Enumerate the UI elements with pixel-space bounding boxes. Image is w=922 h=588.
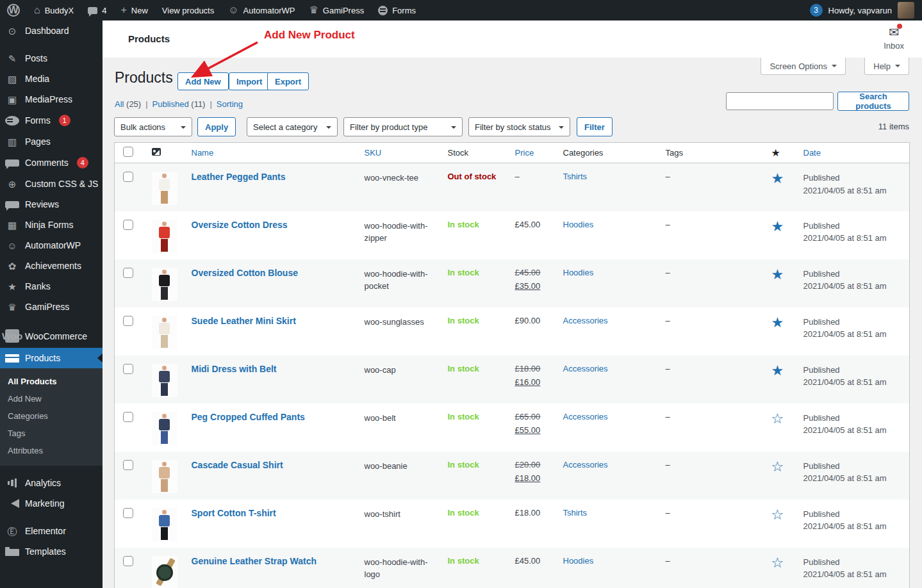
column-header-sku[interactable]: SKU bbox=[359, 143, 443, 163]
adminbar-gamipress[interactable]: ♛GamiPress bbox=[302, 0, 372, 20]
column-header-price[interactable]: Price bbox=[510, 143, 558, 163]
view-link-all[interactable]: All (25) bbox=[115, 99, 141, 109]
row-checkbox[interactable] bbox=[123, 268, 133, 278]
row-checkbox[interactable] bbox=[123, 316, 133, 326]
row-checkbox[interactable] bbox=[123, 556, 133, 566]
adminbar-site-buddyx[interactable]: ⌂BuddyX bbox=[27, 0, 81, 20]
featured-star-toggle[interactable]: ★ bbox=[771, 266, 784, 282]
sidebar-item-custom-css-js[interactable]: ⊕Custom CSS & JS bbox=[0, 174, 103, 194]
category-link[interactable]: Accessories bbox=[563, 364, 608, 373]
sidebar-item-products[interactable]: Products bbox=[0, 348, 103, 368]
product-thumbnail[interactable] bbox=[152, 556, 177, 588]
product-name-link[interactable]: Suede Leather Mini Skirt bbox=[192, 316, 296, 326]
sidebar-item-woocommerce[interactable]: WooWooCommerce bbox=[0, 324, 103, 348]
sidebar-item-media[interactable]: ▨Media bbox=[0, 69, 103, 89]
category-link[interactable]: Tshirts bbox=[563, 172, 588, 181]
featured-star-toggle[interactable]: ★ bbox=[771, 218, 784, 234]
sidebar-item-gamipress[interactable]: ♛GamiPress bbox=[0, 297, 103, 317]
product-thumbnail[interactable] bbox=[152, 172, 177, 205]
apply-button[interactable]: Apply bbox=[197, 117, 236, 136]
category-filter-select[interactable]: Select a category bbox=[247, 117, 338, 136]
product-thumbnail[interactable] bbox=[152, 268, 177, 301]
inbox-button[interactable]: ✉ Inbox bbox=[884, 25, 904, 52]
submenu-item-categories[interactable]: Categories bbox=[0, 407, 103, 425]
product-thumbnail[interactable] bbox=[152, 220, 177, 253]
adminbar-new[interactable]: +New bbox=[113, 0, 154, 20]
product-name-link[interactable]: Genuine Leather Strap Watch bbox=[192, 556, 317, 566]
product-name-link[interactable]: Midi Dress with Belt bbox=[192, 364, 277, 374]
sidebar-item-pages[interactable]: ▥Pages bbox=[0, 131, 103, 152]
product-name-link[interactable]: Leather Pegged Pants bbox=[192, 172, 286, 182]
featured-star-toggle[interactable]: ☆ bbox=[771, 411, 784, 427]
row-checkbox[interactable] bbox=[123, 508, 133, 518]
sidebar-item-forms[interactable]: Forms1 bbox=[0, 110, 103, 131]
submenu-item-add-new[interactable]: Add New bbox=[0, 390, 103, 407]
adminbar-automatorwp[interactable]: ☺AutomatorWP bbox=[221, 0, 302, 20]
sidebar-item-templates[interactable]: Templates bbox=[0, 541, 103, 562]
sidebar-item-ranks[interactable]: ★Ranks bbox=[0, 276, 103, 297]
howdy-greeting[interactable]: Howdy, vapvarun bbox=[828, 6, 892, 15]
admin-bar-account[interactable]: 3 Howdy, vapvarun bbox=[810, 2, 922, 19]
row-checkbox[interactable] bbox=[123, 172, 133, 182]
notification-count-badge[interactable]: 3 bbox=[810, 4, 823, 17]
submenu-item-attributes[interactable]: Attributes bbox=[0, 442, 103, 459]
category-link[interactable]: Tshirts bbox=[563, 508, 588, 518]
product-name-link[interactable]: Sport Cotton T-shirt bbox=[192, 508, 276, 518]
category-link[interactable]: Accessories bbox=[563, 316, 608, 325]
featured-star-toggle[interactable]: ★ bbox=[771, 314, 784, 331]
product-name-link[interactable]: Oversized Cotton Blouse bbox=[192, 268, 298, 278]
submenu-item-all-products[interactable]: All Products bbox=[0, 373, 103, 390]
product-thumbnail[interactable] bbox=[152, 364, 177, 397]
sidebar-item-analytics[interactable]: Analytics bbox=[0, 473, 103, 493]
sidebar-item-mediapress[interactable]: ▣MediaPress bbox=[0, 89, 103, 110]
sidebar-item-marketing[interactable]: Marketing bbox=[0, 493, 103, 514]
row-checkbox[interactable] bbox=[123, 364, 133, 374]
help-toggle[interactable]: Help bbox=[864, 58, 909, 75]
product-name-link[interactable]: Peg Cropped Cuffed Pants bbox=[192, 412, 305, 422]
stock-status-filter-select[interactable]: Filter by stock status bbox=[468, 117, 570, 136]
submenu-item-tags[interactable]: Tags bbox=[0, 425, 103, 442]
category-link[interactable]: Hoodies bbox=[563, 556, 594, 566]
featured-star-toggle[interactable]: ☆ bbox=[771, 555, 784, 571]
product-name-link[interactable]: Cascade Casual Shirt bbox=[192, 460, 283, 470]
featured-star-toggle[interactable]: ★ bbox=[771, 170, 784, 186]
adminbar-wordpress[interactable]: W bbox=[0, 0, 27, 20]
row-checkbox[interactable] bbox=[123, 220, 133, 230]
filter-button[interactable]: Filter bbox=[577, 117, 613, 136]
category-link[interactable]: Accessories bbox=[563, 412, 608, 421]
sidebar-item-automatorwp[interactable]: ☺AutomatorWP bbox=[0, 235, 103, 256]
column-header-name[interactable]: Name bbox=[186, 143, 359, 163]
sidebar-item-ninja-forms[interactable]: ▦Ninja Forms bbox=[0, 215, 103, 235]
screen-options-toggle[interactable]: Screen Options bbox=[761, 58, 846, 75]
add-new-button[interactable]: Add New bbox=[177, 72, 229, 90]
category-link[interactable]: Hoodies bbox=[563, 220, 594, 229]
product-thumbnail[interactable] bbox=[152, 460, 177, 493]
category-link[interactable]: Accessories bbox=[563, 460, 608, 470]
search-products-button[interactable]: Search products bbox=[837, 92, 909, 111]
view-link-published[interactable]: Published (11) bbox=[152, 99, 206, 109]
column-header-date[interactable]: Date bbox=[798, 143, 910, 163]
export-button[interactable]: Export bbox=[267, 72, 309, 90]
product-thumbnail[interactable] bbox=[152, 316, 177, 349]
search-input[interactable] bbox=[726, 92, 834, 110]
adminbar-comments[interactable]: 4 bbox=[81, 0, 113, 20]
adminbar-forms[interactable]: Forms bbox=[371, 0, 423, 20]
featured-star-toggle[interactable]: ★ bbox=[771, 363, 784, 379]
view-link-sorting[interactable]: Sorting bbox=[217, 99, 243, 109]
product-type-filter-select[interactable]: Filter by product type bbox=[343, 117, 463, 136]
sidebar-item-elementor[interactable]: ⒺElementor bbox=[0, 521, 103, 541]
sidebar-item-comments[interactable]: Comments4 bbox=[0, 152, 103, 174]
category-link[interactable]: Hoodies bbox=[563, 268, 594, 277]
import-button[interactable]: Import bbox=[229, 72, 270, 90]
select-all-checkbox[interactable] bbox=[123, 147, 133, 157]
adminbar-view-products[interactable]: View products bbox=[155, 0, 221, 20]
featured-star-toggle[interactable]: ☆ bbox=[771, 507, 784, 523]
product-name-link[interactable]: Oversize Cotton Dress bbox=[192, 220, 288, 230]
sidebar-item-achievements[interactable]: ✿Achievements bbox=[0, 256, 103, 276]
sidebar-item-posts[interactable]: ✎Posts bbox=[0, 48, 103, 69]
row-checkbox[interactable] bbox=[123, 460, 133, 470]
featured-star-toggle[interactable]: ☆ bbox=[771, 459, 784, 475]
product-thumbnail[interactable] bbox=[152, 508, 177, 541]
sidebar-item-reviews[interactable]: Reviews bbox=[0, 194, 103, 215]
product-thumbnail[interactable] bbox=[152, 412, 177, 445]
